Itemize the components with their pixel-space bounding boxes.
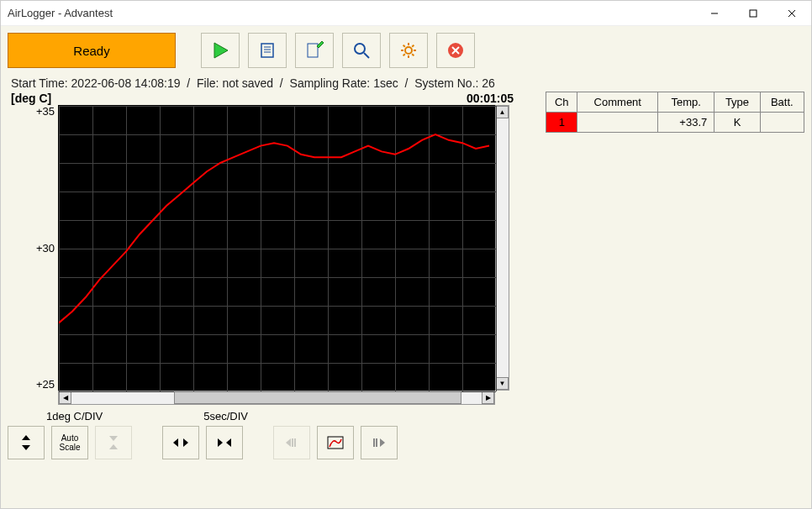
- svg-marker-39: [380, 438, 385, 447]
- y-tick: +30: [36, 242, 55, 254]
- status-line: Start Time: 2022-06-08 14:08:19 / File: …: [11, 76, 804, 90]
- sampling-label: Sampling Rate:: [290, 76, 371, 90]
- col-comment: Comment: [577, 92, 658, 113]
- col-batt: Batt.: [760, 92, 804, 113]
- fit-curve-button[interactable]: [317, 426, 354, 459]
- svg-marker-25: [22, 435, 30, 440]
- x-zoom-out-button[interactable]: [162, 426, 199, 459]
- svg-marker-31: [218, 438, 223, 447]
- svg-point-11: [355, 44, 365, 54]
- svg-marker-26: [22, 445, 30, 450]
- svg-rect-35: [294, 438, 296, 447]
- elapsed-time: 00:01:05: [467, 92, 514, 105]
- svg-marker-30: [183, 438, 188, 447]
- cell-comment: [577, 113, 658, 133]
- svg-marker-27: [109, 436, 118, 441]
- svg-line-21: [403, 54, 405, 55]
- y-unit-label: [deg C]: [11, 92, 51, 105]
- svg-marker-29: [173, 438, 178, 447]
- start-time-value: 2022-06-08 14:08:19: [71, 76, 181, 90]
- col-temp: Temp.: [658, 92, 714, 113]
- app-window: AirLogger - Advantest Ready: [0, 0, 812, 509]
- cell-temp: +33.7: [658, 113, 714, 133]
- chart-plot: [58, 105, 495, 391]
- y-axis: +35 +30 +25: [8, 105, 58, 391]
- close-window-button[interactable]: [772, 1, 811, 26]
- svg-marker-28: [109, 444, 118, 449]
- report-button[interactable]: [248, 33, 287, 68]
- svg-rect-38: [376, 438, 377, 447]
- channel-table: Ch Comment Temp. Type Batt. 1 +33.7 K: [546, 92, 804, 133]
- maximize-button[interactable]: [734, 1, 772, 26]
- svg-rect-1: [750, 10, 757, 17]
- minimize-button[interactable]: [695, 1, 734, 26]
- titlebar: AirLogger - Advantest: [1, 1, 811, 26]
- svg-line-20: [412, 45, 414, 47]
- y-compress-button: [95, 426, 132, 459]
- cell-batt: [760, 113, 804, 133]
- scroll-right-icon[interactable]: ▶: [482, 391, 494, 404]
- sampling-value: 1sec: [373, 76, 398, 90]
- horizontal-scrollbar[interactable]: ◀ ▶: [58, 391, 495, 405]
- svg-marker-33: [286, 438, 291, 447]
- col-ch: Ch: [546, 92, 577, 113]
- scroll-left-icon[interactable]: ◀: [59, 391, 71, 404]
- svg-rect-9: [308, 44, 318, 57]
- chart-controls: Auto Scale: [8, 426, 537, 459]
- settings-button[interactable]: [389, 33, 428, 68]
- x-zoom-in-button[interactable]: [206, 426, 243, 459]
- vertical-scrollbar[interactable]: ▲ ▼: [495, 105, 509, 391]
- play-button[interactable]: [201, 33, 240, 68]
- file-value: not saved: [222, 76, 273, 90]
- scroll-newest-button[interactable]: [361, 426, 398, 459]
- auto-scale-button[interactable]: Auto Scale: [51, 426, 88, 459]
- y-zoom-button[interactable]: [8, 426, 45, 459]
- svg-rect-34: [292, 438, 293, 447]
- search-button[interactable]: [342, 33, 381, 68]
- start-time-label: Start Time:: [11, 76, 68, 90]
- ready-button[interactable]: Ready: [8, 33, 176, 68]
- cell-type: K: [714, 113, 760, 133]
- edit-button[interactable]: [295, 33, 334, 68]
- scroll-up-icon[interactable]: ▲: [496, 106, 509, 118]
- y-div-label: 1deg C/DIV: [46, 410, 103, 422]
- svg-line-19: [412, 54, 414, 55]
- svg-rect-37: [373, 438, 375, 447]
- cell-ch: 1: [546, 113, 577, 133]
- svg-marker-32: [226, 438, 231, 447]
- stop-button[interactable]: [436, 33, 475, 68]
- scroll-oldest-button: [273, 426, 310, 459]
- scroll-down-icon[interactable]: ▼: [496, 377, 509, 390]
- file-label: File:: [197, 76, 219, 90]
- svg-line-12: [364, 53, 369, 58]
- system-label: System No.:: [414, 76, 478, 90]
- svg-marker-4: [214, 43, 228, 58]
- col-type: Type: [714, 92, 760, 113]
- svg-line-18: [403, 45, 405, 47]
- window-title: AirLogger - Advantest: [8, 7, 695, 19]
- y-tick: +35: [36, 105, 55, 118]
- system-value: 26: [482, 76, 495, 90]
- x-div-label: 5sec/DIV: [203, 410, 248, 422]
- svg-rect-5: [261, 44, 273, 57]
- y-tick: +25: [36, 378, 55, 391]
- toolbar: Ready: [8, 33, 804, 68]
- scroll-thumb[interactable]: [174, 391, 461, 404]
- table-row[interactable]: 1 +33.7 K: [546, 113, 804, 133]
- svg-point-13: [405, 47, 412, 54]
